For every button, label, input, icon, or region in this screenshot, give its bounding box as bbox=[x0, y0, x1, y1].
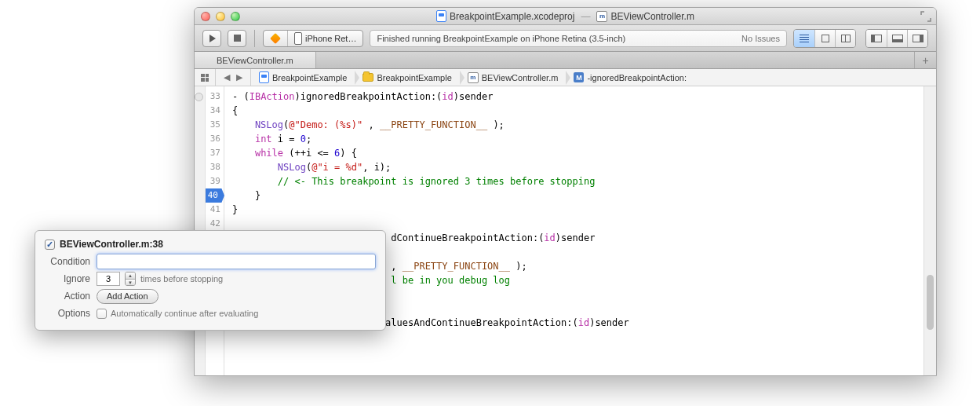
tab-bar: BEViewController.m + bbox=[195, 52, 936, 69]
assistant-editor-button[interactable] bbox=[814, 30, 835, 47]
scheme-selector[interactable]: iPhone Ret… bbox=[263, 30, 363, 47]
auto-continue-checkbox[interactable] bbox=[97, 309, 107, 319]
breakpoint-editor-popover: ✓ BEViewController.m:38 Condition Ignore… bbox=[35, 230, 386, 331]
stepper-up-button[interactable]: ▲ bbox=[126, 272, 135, 279]
standard-editor-button[interactable] bbox=[794, 30, 814, 47]
line-number[interactable]: 35 bbox=[206, 118, 224, 132]
popover-title: BEViewController.m:38 bbox=[60, 239, 163, 250]
auto-continue-label: Automatically continue after evaluating bbox=[111, 309, 258, 318]
toggle-utilities-button[interactable] bbox=[907, 30, 927, 47]
nav-forward-button[interactable]: ▶ bbox=[233, 71, 246, 84]
line-number[interactable]: 42 bbox=[206, 217, 224, 231]
crumb-method[interactable]: M-ignoredBreakpointAction: bbox=[566, 69, 694, 86]
view-panes-segmented[interactable] bbox=[865, 29, 928, 48]
crumb-file[interactable]: mBEViewController.m bbox=[460, 69, 567, 86]
version-editor-button[interactable] bbox=[835, 30, 855, 47]
line-number[interactable]: 38 bbox=[206, 160, 224, 174]
nav-back-button[interactable]: ◀ bbox=[220, 71, 233, 84]
line-number[interactable]: 34 bbox=[206, 104, 224, 118]
condition-input[interactable] bbox=[97, 254, 376, 269]
project-icon bbox=[436, 10, 446, 22]
line-number[interactable]: 36 bbox=[206, 132, 224, 146]
method-icon: M bbox=[574, 72, 584, 82]
run-button[interactable] bbox=[202, 30, 221, 47]
line-number[interactable]: 41 bbox=[206, 203, 224, 217]
toolbar: iPhone Ret… Finished running BreakpointE… bbox=[195, 25, 936, 52]
ignore-label: Ignore bbox=[45, 273, 97, 284]
device-icon bbox=[294, 32, 302, 45]
toggle-navigator-button[interactable] bbox=[866, 30, 887, 47]
title-project: BreakpointExample.xcodeproj bbox=[450, 11, 574, 22]
scroll-thumb[interactable] bbox=[927, 275, 934, 330]
new-tab-button[interactable]: + bbox=[914, 52, 936, 68]
condition-label: Condition bbox=[45, 256, 97, 267]
stop-button[interactable] bbox=[228, 30, 246, 47]
editor-mode-segmented[interactable] bbox=[793, 29, 856, 48]
ignore-suffix: times before stopping bbox=[140, 274, 223, 283]
tab-beviewcontroller[interactable]: BEViewController.m bbox=[195, 52, 316, 68]
options-label: Options bbox=[45, 308, 97, 319]
activity-viewer: Finished running BreakpointExample on iP… bbox=[370, 30, 787, 47]
jump-bar: ◀ ▶ BreakpointExample BreakpointExample … bbox=[195, 69, 936, 86]
issues-indicator: No Issues bbox=[741, 34, 780, 43]
add-action-button[interactable]: Add Action bbox=[97, 289, 158, 304]
breakpoint-enabled-checkbox[interactable]: ✓ bbox=[45, 240, 55, 250]
breakpoint-marker[interactable]: 40 bbox=[206, 188, 224, 203]
m-file-icon: m bbox=[468, 72, 479, 83]
line-number[interactable]: 33 bbox=[206, 90, 224, 104]
ignore-count-input[interactable] bbox=[97, 272, 120, 286]
action-label: Action bbox=[45, 291, 97, 302]
related-items-icon[interactable] bbox=[201, 74, 209, 82]
titlebar: BreakpointExample.xcodeproj — mBEViewCon… bbox=[195, 8, 936, 25]
ignore-stepper[interactable]: ▲ ▼ bbox=[125, 272, 136, 286]
crumb-project[interactable]: BreakpointExample bbox=[251, 69, 355, 86]
vertical-scrollbar[interactable] bbox=[924, 86, 936, 375]
project-icon bbox=[259, 71, 269, 83]
toggle-debug-area-button[interactable] bbox=[887, 30, 907, 47]
line-number[interactable]: 37 bbox=[206, 146, 224, 160]
fullscreen-icon[interactable] bbox=[920, 11, 931, 22]
m-file-icon: m bbox=[596, 11, 607, 22]
minimize-window-button[interactable] bbox=[216, 12, 225, 21]
crumb-folder[interactable]: BreakpointExample bbox=[355, 69, 459, 86]
scheme-device: iPhone Ret… bbox=[305, 34, 356, 43]
zoom-window-button[interactable] bbox=[231, 12, 240, 21]
app-icon bbox=[270, 33, 281, 44]
stepper-down-button[interactable]: ▼ bbox=[126, 279, 135, 285]
activity-text: Finished running BreakpointExample on iP… bbox=[377, 34, 625, 43]
title-file: BEViewController.m bbox=[610, 11, 694, 22]
close-window-button[interactable] bbox=[201, 12, 210, 21]
line-number[interactable]: 39 bbox=[206, 174, 224, 188]
folder-icon bbox=[362, 73, 373, 82]
